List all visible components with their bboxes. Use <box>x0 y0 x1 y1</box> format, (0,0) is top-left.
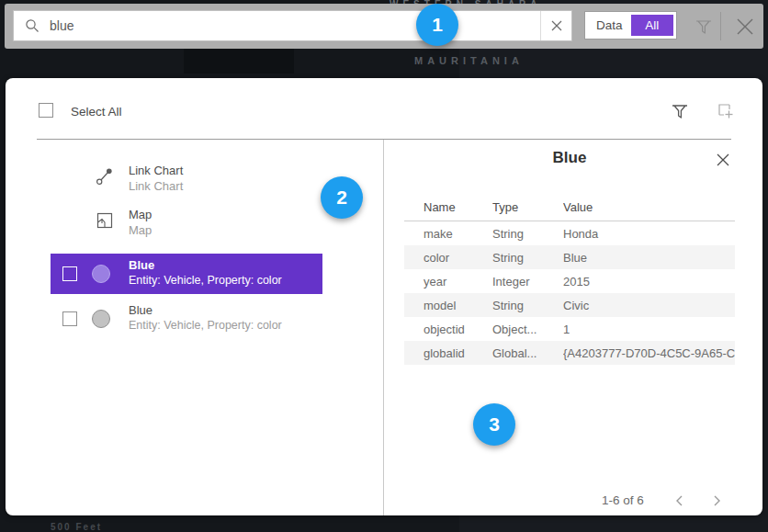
result-subtitle: Entity: Vehicle, Property: color <box>129 319 282 332</box>
select-all-label: Select All <box>71 105 122 119</box>
filter-icon[interactable] <box>694 17 714 37</box>
column-header: Name <box>424 200 492 214</box>
link-chart-icon <box>95 166 115 187</box>
map-icon <box>95 210 115 231</box>
table-row: globalid Global... {A4203777-D70D-4C5C-9… <box>404 341 735 365</box>
result-title: Link Chart <box>129 164 183 177</box>
cell-type: Object... <box>492 323 563 336</box>
cell-type: String <box>492 299 563 312</box>
list-details-divider <box>383 140 384 515</box>
callout-badge-1: 1 <box>416 4 458 46</box>
filter-icon[interactable] <box>670 101 690 121</box>
cell-value: Blue <box>563 251 735 265</box>
attribute-table: Name Type Value make String Honda color … <box>404 194 735 365</box>
detail-close-icon[interactable] <box>715 152 731 168</box>
cell-name: objectid <box>424 323 492 336</box>
cell-type: String <box>492 227 563 241</box>
result-subtitle: Entity: Vehicle, Property: color <box>129 274 282 287</box>
header-divider <box>37 139 731 140</box>
column-header: Type <box>492 200 563 214</box>
cell-type: String <box>492 251 563 265</box>
cell-value: {A4203777-D70D-4C5C-9A65-C... <box>563 346 735 360</box>
cell-name: make <box>424 227 492 241</box>
search-clear-button[interactable] <box>540 11 571 40</box>
cell-value: Civic <box>563 299 735 312</box>
cell-type: Integer <box>492 275 563 289</box>
result-item-blue-selected[interactable]: Blue Entity: Vehicle, Property: color <box>51 254 322 294</box>
result-subtitle: Link Chart <box>129 179 183 193</box>
select-all-checkbox[interactable] <box>39 103 53 118</box>
search-bar <box>13 10 572 41</box>
pagination-label: 1-6 of 6 <box>602 493 644 507</box>
result-checkbox[interactable] <box>62 266 77 281</box>
table-row: make String Honda <box>404 221 735 245</box>
attribute-table-header: Name Type Value <box>404 194 735 221</box>
cell-name: model <box>424 299 492 312</box>
result-checkbox[interactable] <box>62 311 77 326</box>
result-title: Map <box>129 208 152 221</box>
scope-data-button[interactable]: Data <box>588 15 631 36</box>
entity-circle-icon <box>92 265 110 283</box>
cell-value: 2015 <box>563 275 735 289</box>
toolbar-divider <box>720 12 721 40</box>
callout-badge-2: 2 <box>321 176 363 219</box>
callout-badge-3: 3 <box>473 403 515 446</box>
map-scale-label: 500 Feet <box>51 522 102 532</box>
table-row: color String Blue <box>404 245 735 269</box>
scope-all-button[interactable]: All <box>631 15 674 36</box>
result-subtitle: Map <box>129 223 152 237</box>
table-row: model String Civic <box>404 293 735 317</box>
search-icon <box>25 18 40 33</box>
detail-title: Blue <box>404 149 735 167</box>
search-toolbar: Data All <box>5 4 763 49</box>
search-results-panel: Select All Link Chart Link Chart Map Map <box>6 78 762 515</box>
cell-value: 1 <box>563 323 735 336</box>
cell-type: Global... <box>492 346 563 360</box>
column-header: Value <box>563 200 735 214</box>
search-overlay-screen: WESTERN SAHARA MAURITANIA 500 Feet Data … <box>0 0 768 532</box>
map-label-mauritania: MAURITANIA <box>414 55 524 66</box>
pagination-prev-icon[interactable] <box>672 492 688 509</box>
add-to-selection-icon[interactable] <box>716 101 736 121</box>
table-row: objectid Object... 1 <box>404 317 735 341</box>
result-title: Blue <box>129 303 152 317</box>
pagination-next-icon[interactable] <box>708 492 725 509</box>
cell-value: Honda <box>563 227 735 241</box>
cell-name: color <box>424 251 492 265</box>
close-icon[interactable] <box>733 15 757 39</box>
cell-name: year <box>424 275 492 289</box>
search-input[interactable] <box>50 18 540 33</box>
result-title: Blue <box>129 258 154 272</box>
result-item-blue[interactable]: Blue Entity: Vehicle, Property: color <box>51 299 322 339</box>
search-scope-toggle: Data All <box>584 11 677 40</box>
entity-circle-icon <box>92 310 110 328</box>
cell-name: globalid <box>424 346 492 360</box>
table-row: year Integer 2015 <box>404 269 735 293</box>
